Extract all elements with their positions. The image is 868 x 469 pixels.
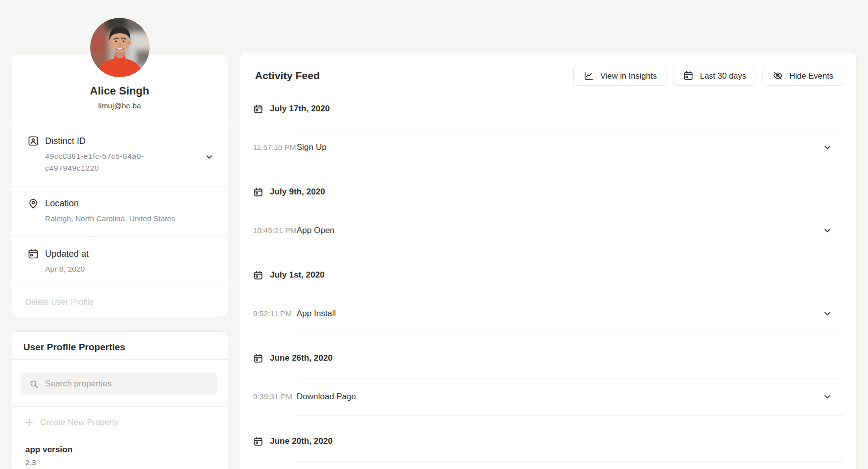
event-name: Download Page xyxy=(297,391,356,402)
location-value: Raleigh, North Carolina, United States xyxy=(45,213,214,225)
property-item: app version 2.3 xyxy=(11,438,228,469)
view-in-insights-button[interactable]: View in Insights xyxy=(573,66,666,86)
event-name: App Open xyxy=(297,225,335,236)
event-main: Download Page xyxy=(297,378,843,416)
calendar-icon xyxy=(683,70,694,81)
event-rows: 9:52:11 PM App Install xyxy=(253,295,843,332)
search-properties-input[interactable] xyxy=(45,379,210,389)
properties-search-section xyxy=(11,360,228,407)
activity-feed-title: Activity Feed xyxy=(255,70,320,82)
feed-date-header: June 26th, 2020 xyxy=(253,347,843,369)
property-name: app version xyxy=(25,444,214,455)
calendar-icon xyxy=(27,248,39,260)
date-label: July 1st, 2020 xyxy=(270,270,325,280)
event-rows: 9:39:31 PM Download Page xyxy=(253,378,843,416)
properties-panel-title: User Profile Properties xyxy=(11,332,228,360)
event-main: Sign Up xyxy=(297,129,843,166)
property-value: 2.3 xyxy=(25,458,214,468)
updated-at-label: Updated at xyxy=(45,249,89,259)
event-name: App Install xyxy=(297,308,336,319)
calendar-icon xyxy=(253,104,263,114)
location-label: Location xyxy=(45,198,79,209)
id-badge-icon xyxy=(27,135,39,147)
profile-card: Alice Singh limuj@he.ba Distinct ID 49cc… xyxy=(11,53,228,317)
event-main: App Install xyxy=(297,295,843,332)
event-rows: 11:57:10 PM Sign Up xyxy=(253,129,843,166)
date-label: June 20th, 2020 xyxy=(270,436,333,446)
event-main: App Open xyxy=(297,212,843,249)
plus-icon xyxy=(25,419,33,426)
profile-name: Alice Singh xyxy=(21,85,218,97)
distinct-id-label: Distinct ID xyxy=(45,136,86,146)
create-new-property-label: Create New Property xyxy=(40,418,119,427)
distinct-id-row: Distinct ID 49cc0381-e1fc-57c5-84a0- c49… xyxy=(11,124,228,186)
event-expand-chevron-icon[interactable] xyxy=(823,227,831,234)
activity-feed-groups: July 17th, 2020 11:57:10 PM Sign Up July… xyxy=(253,98,843,469)
last-30-days-button[interactable]: Last 30 days xyxy=(673,66,756,86)
event-time: 9:39:31 PM xyxy=(253,392,297,401)
location-pin-icon xyxy=(27,197,39,209)
eye-off-icon xyxy=(772,70,783,81)
feed-group: July 9th, 2020 10:45:21 PM App Open xyxy=(253,181,843,249)
event-time: 9:52:11 PM xyxy=(253,309,297,318)
event-rows xyxy=(253,461,843,469)
event-row[interactable]: 9:39:31 PM Download Page xyxy=(253,378,843,416)
profile-email: limuj@he.ba xyxy=(21,101,218,111)
feed-date-header: July 9th, 2020 xyxy=(253,181,843,203)
view-in-insights-label: View in Insights xyxy=(600,71,657,81)
create-new-property-button[interactable]: Create New Property xyxy=(11,407,228,438)
avatar-image xyxy=(90,18,150,77)
date-label: June 26th, 2020 xyxy=(270,353,333,363)
event-row[interactable]: 10:45:21 PM App Open xyxy=(253,212,843,249)
truncated-event-row xyxy=(297,461,843,469)
avatar xyxy=(90,18,150,77)
last-30-days-label: Last 30 days xyxy=(700,71,746,81)
event-expand-chevron-icon[interactable] xyxy=(823,393,831,401)
activity-header-buttons: View in Insights Last 30 days Hide Event… xyxy=(573,66,843,86)
feed-date-header: July 17th, 2020 xyxy=(253,98,843,120)
date-label: July 9th, 2020 xyxy=(270,187,325,197)
line-chart-icon xyxy=(583,70,594,81)
properties-search-box[interactable] xyxy=(21,373,218,395)
updated-at-row: Updated at Apr 8, 2020 xyxy=(11,236,228,287)
activity-feed-card: Activity Feed View in Insights Last 30 d… xyxy=(240,52,857,469)
feed-group: July 1st, 2020 9:52:11 PM App Install xyxy=(253,264,843,332)
delete-user-profile-button[interactable]: Delete User Profile xyxy=(11,287,228,317)
activity-feed-header: Activity Feed View in Insights Last 30 d… xyxy=(253,64,843,87)
event-row[interactable]: 11:57:10 PM Sign Up xyxy=(253,129,843,166)
updated-at-value: Apr 8, 2020 xyxy=(45,263,214,275)
event-rows: 10:45:21 PM App Open xyxy=(253,212,843,249)
feed-date-header: June 20th, 2020 xyxy=(253,430,843,452)
event-expand-chevron-icon[interactable] xyxy=(823,310,831,318)
calendar-icon xyxy=(253,436,263,447)
calendar-icon xyxy=(253,270,263,281)
profile-sidebar: Alice Singh limuj@he.ba Distinct ID 49cc… xyxy=(11,18,228,469)
event-time: 10:45:21 PM xyxy=(253,226,297,235)
hide-events-button[interactable]: Hide Events xyxy=(763,66,843,86)
event-time: 11:57:10 PM xyxy=(253,143,297,152)
calendar-icon xyxy=(253,187,263,197)
feed-group: July 17th, 2020 11:57:10 PM Sign Up xyxy=(253,98,843,166)
date-label: July 17th, 2020 xyxy=(270,104,330,114)
event-name: Sign Up xyxy=(297,142,326,153)
distinct-id-expand-chevron-icon[interactable] xyxy=(205,153,213,163)
feed-date-header: July 1st, 2020 xyxy=(253,264,843,286)
feed-group: June 26th, 2020 9:39:31 PM Download Page xyxy=(253,347,843,416)
user-profile-properties-panel: User Profile Properties Create New Prope… xyxy=(11,331,228,469)
distinct-id-value: 49cc0381-e1fc-57c5-84a0- c497949c1220 xyxy=(45,150,214,174)
event-row[interactable]: 9:52:11 PM App Install xyxy=(253,295,843,332)
feed-group: June 20th, 2020 xyxy=(253,430,843,469)
event-expand-chevron-icon[interactable] xyxy=(823,143,831,151)
hide-events-label: Hide Events xyxy=(789,71,833,81)
calendar-icon xyxy=(253,353,263,364)
search-icon xyxy=(29,379,39,389)
location-row: Location Raleigh, North Carolina, United… xyxy=(11,186,228,236)
